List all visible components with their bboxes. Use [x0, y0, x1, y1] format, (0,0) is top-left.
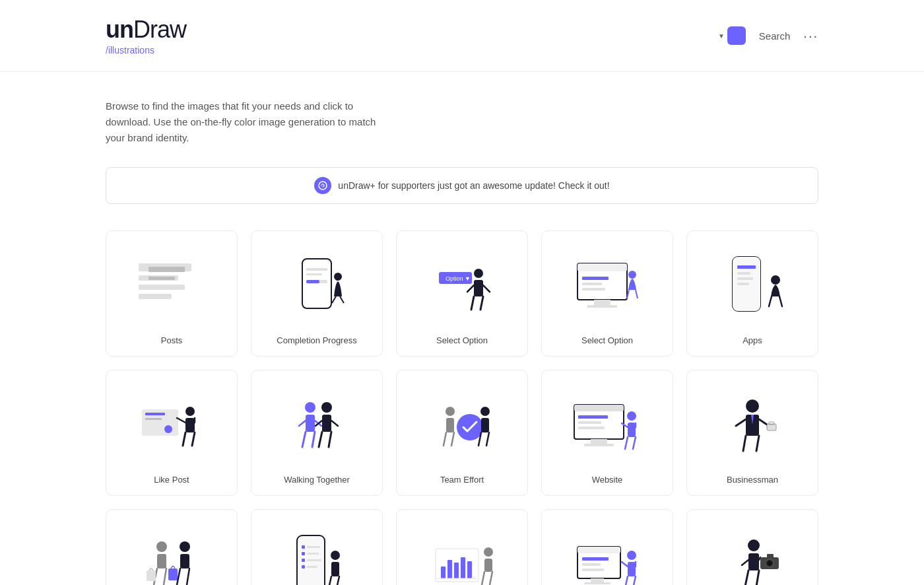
- card-label-walking: Walking Together: [284, 475, 350, 485]
- svg-rect-66: [180, 554, 189, 568]
- svg-rect-93: [582, 557, 609, 561]
- svg-rect-71: [307, 546, 320, 548]
- page-description: Browse to find the images that fit your …: [106, 98, 818, 146]
- svg-rect-17: [474, 280, 483, 296]
- banner-text: unDraw+ for supporters just got an aweso…: [338, 180, 609, 191]
- svg-rect-72: [302, 552, 305, 555]
- header-controls: ▼ Search ···: [718, 26, 818, 45]
- card-website[interactable]: Website: [541, 370, 673, 496]
- svg-point-47: [480, 407, 490, 416]
- svg-rect-31: [737, 277, 753, 280]
- svg-rect-46: [446, 418, 454, 432]
- svg-rect-77: [307, 566, 317, 568]
- svg-rect-67: [147, 570, 156, 581]
- svg-rect-48: [481, 418, 489, 432]
- card-label-likepost: Like Post: [154, 475, 189, 485]
- more-options-button[interactable]: ···: [803, 28, 818, 44]
- svg-rect-57: [628, 423, 636, 437]
- color-picker-dot[interactable]: [727, 26, 746, 45]
- card-label-select1: Select Option: [436, 335, 488, 345]
- card-videographer[interactable]: Videographer: [686, 509, 818, 585]
- svg-rect-91: [591, 578, 604, 582]
- card-shopping-bags[interactable]: Shopping Bags: [106, 509, 238, 585]
- svg-rect-99: [748, 553, 759, 570]
- svg-rect-90: [578, 547, 620, 553]
- site-logo: unDraw: [106, 16, 186, 44]
- card-label-teameffort: Team Effort: [440, 475, 484, 485]
- svg-rect-8: [302, 259, 331, 308]
- svg-rect-88: [484, 559, 492, 572]
- svg-rect-75: [307, 559, 321, 561]
- svg-rect-92: [584, 582, 610, 584]
- svg-rect-79: [331, 562, 339, 576]
- promo-banner[interactable]: unDraw+ for supporters just got an aweso…: [106, 167, 818, 204]
- card-label-apps: Apps: [742, 335, 762, 345]
- svg-rect-84: [461, 557, 465, 578]
- svg-rect-19: [578, 263, 627, 271]
- card-selection[interactable]: Selection: [541, 509, 673, 585]
- svg-point-16: [474, 269, 483, 278]
- color-picker-wrapper[interactable]: ▼: [718, 26, 746, 45]
- card-team-effort[interactable]: Team Effort: [396, 370, 528, 496]
- card-walking-together[interactable]: Walking Together: [251, 370, 383, 496]
- card-users-per-minute[interactable]: Users Per Minute: [396, 509, 528, 585]
- svg-rect-4: [139, 285, 185, 290]
- svg-point-65: [180, 541, 190, 552]
- svg-point-98: [748, 539, 760, 551]
- svg-rect-50: [574, 405, 624, 411]
- card-posts-2[interactable]: Posts: [251, 509, 383, 585]
- card-image-posts2: [262, 526, 372, 585]
- svg-point-38: [185, 407, 195, 416]
- svg-point-62: [156, 541, 167, 552]
- svg-rect-5: [139, 294, 172, 299]
- card-image-usersperminute: [407, 526, 517, 585]
- card-image-select2: [552, 247, 662, 326]
- card-image-teameffort: [407, 386, 517, 465]
- svg-rect-7: [148, 277, 175, 280]
- svg-rect-21: [587, 305, 617, 308]
- svg-rect-39: [185, 418, 195, 432]
- site-header: unDraw /illustrations ▼ Search ···: [0, 0, 924, 72]
- svg-rect-97: [628, 562, 636, 576]
- svg-rect-95: [582, 568, 604, 571]
- svg-rect-12: [306, 280, 319, 283]
- card-select-option-1[interactable]: Option ▼ Select Option: [396, 230, 528, 357]
- svg-rect-51: [591, 439, 607, 444]
- card-completion-progress[interactable]: Completion Progress: [251, 230, 383, 357]
- svg-point-37: [164, 425, 172, 433]
- card-apps[interactable]: Apps: [686, 230, 818, 357]
- svg-point-87: [484, 547, 493, 557]
- card-label-select2: Select Option: [581, 335, 633, 345]
- search-button[interactable]: Search: [754, 28, 796, 44]
- svg-rect-70: [302, 545, 305, 549]
- card-select-option-2[interactable]: Select Option: [541, 230, 673, 357]
- svg-rect-74: [302, 559, 305, 562]
- illustrations-grid: Posts Completi: [106, 230, 818, 585]
- svg-rect-83: [454, 563, 459, 578]
- svg-rect-85: [467, 561, 472, 578]
- svg-rect-82: [447, 560, 452, 578]
- svg-rect-55: [578, 427, 605, 429]
- svg-rect-30: [737, 272, 750, 275]
- card-label-businessman: Businessman: [727, 475, 778, 485]
- svg-point-13: [334, 273, 342, 281]
- site-subtitle: /illustrations: [106, 45, 186, 55]
- card-like-post[interactable]: Like Post: [106, 370, 238, 496]
- card-image-likepost: [117, 386, 226, 465]
- svg-point-96: [627, 551, 636, 560]
- color-arrow-icon: ▼: [718, 32, 725, 40]
- description-text: Browse to find the images that fit your …: [106, 98, 383, 146]
- svg-rect-94: [582, 563, 601, 566]
- card-businessman[interactable]: Businessman: [686, 370, 818, 496]
- card-image-completion: [262, 247, 372, 326]
- svg-point-102: [768, 561, 772, 565]
- svg-point-56: [627, 411, 636, 421]
- svg-rect-29: [737, 265, 756, 269]
- card-label-completion: Completion Progress: [277, 335, 356, 345]
- svg-rect-23: [582, 283, 602, 285]
- svg-rect-52: [584, 444, 614, 446]
- svg-rect-35: [145, 413, 165, 415]
- svg-rect-36: [145, 418, 162, 420]
- card-image-website: [552, 386, 662, 465]
- card-posts[interactable]: Posts: [106, 230, 238, 357]
